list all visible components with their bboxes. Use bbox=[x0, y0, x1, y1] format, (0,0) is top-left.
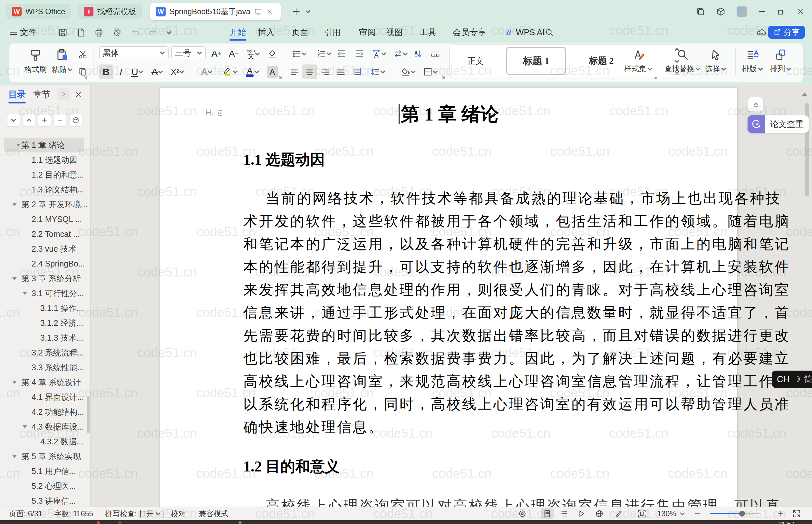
paragraph-group-launcher-icon[interactable] bbox=[441, 75, 445, 79]
toc-expand-arrow-icon[interactable] bbox=[16, 144, 21, 147]
page-indicator[interactable]: 页面: 6/31 bbox=[9, 507, 43, 521]
paper-check-button[interactable]: 论文查重 bbox=[748, 115, 809, 133]
character-scaling-button[interactable] bbox=[369, 46, 389, 61]
scrollbar-up-arrow-icon[interactable] bbox=[802, 93, 808, 96]
window-stack-icon[interactable] bbox=[696, 7, 705, 16]
toc-item[interactable]: 3.1 可行性分... bbox=[0, 286, 87, 301]
clear-format-button[interactable] bbox=[265, 46, 280, 61]
find-replace-button[interactable]: 查找替换 bbox=[663, 46, 702, 79]
document-page[interactable]: H₁ 第 1 章 绪论 1.1 选题动因 当前的网络技术，软件技术等都具备成熟的… bbox=[160, 88, 737, 507]
style-heading1[interactable]: 标题 1 bbox=[506, 47, 566, 75]
print-preview-icon[interactable] bbox=[112, 28, 122, 37]
font-size-select[interactable]: 三号 bbox=[171, 46, 205, 59]
toc-item[interactable]: 5.2 心理医... bbox=[0, 478, 87, 493]
align-center-button[interactable] bbox=[302, 64, 317, 79]
export-pdf-icon[interactable] bbox=[76, 28, 86, 37]
strikethrough-button[interactable]: A bbox=[148, 64, 167, 79]
bold-button[interactable]: B bbox=[99, 64, 113, 79]
toc-item[interactable]: 4.3 数据库设... bbox=[0, 419, 87, 434]
distribute-button[interactable] bbox=[350, 64, 365, 79]
page-view-button[interactable] bbox=[541, 508, 553, 519]
toc-item[interactable]: 4.2 功能结构... bbox=[0, 405, 87, 419]
toc-item[interactable]: 3.1.1 操作... bbox=[0, 301, 87, 315]
reader-mode-button[interactable] bbox=[575, 508, 588, 519]
shading-button[interactable] bbox=[398, 64, 418, 79]
menu-tab-review[interactable]: 审阅 bbox=[359, 23, 376, 41]
cut-button[interactable] bbox=[76, 47, 90, 62]
toc-expand-all-button[interactable] bbox=[22, 114, 35, 127]
numbered-list-button[interactable] bbox=[314, 46, 334, 61]
menu-tab-view[interactable]: 视图 bbox=[386, 23, 403, 41]
menu-tab-membership[interactable]: 会员专享 bbox=[453, 23, 486, 41]
increase-font-button[interactable]: A+ bbox=[209, 46, 223, 61]
toc-item[interactable]: 3.1.3 技术... bbox=[0, 330, 87, 345]
search-icon[interactable] bbox=[545, 28, 554, 37]
toc-item[interactable]: 5.3 讲座信... bbox=[0, 493, 87, 508]
outline-view-button[interactable] bbox=[558, 508, 570, 519]
ink-edit-button[interactable] bbox=[612, 508, 625, 519]
sidebar-expand-button[interactable] bbox=[57, 88, 70, 100]
decrease-font-button[interactable]: A− bbox=[226, 46, 241, 61]
toc-item[interactable]: 第 1 章 绪论 bbox=[4, 137, 84, 152]
phonetic-guide-button[interactable]: wén 文 bbox=[244, 46, 264, 61]
tab-docer-templates[interactable]: 找稻壳模板 bbox=[78, 4, 142, 19]
toc-item[interactable]: 1.2 目的和意... bbox=[0, 167, 87, 182]
style-heading2[interactable]: 标题 2 bbox=[576, 45, 627, 77]
format-painter-button[interactable]: 格式刷 bbox=[22, 46, 48, 79]
close-document-icon[interactable] bbox=[266, 8, 273, 15]
font-name-select[interactable]: 黑体 bbox=[99, 46, 168, 59]
menu-tab-reference[interactable]: 引用 bbox=[324, 23, 341, 41]
toc-expand-arrow-icon[interactable] bbox=[22, 292, 27, 295]
fullscreen-icon[interactable] bbox=[792, 509, 801, 518]
font-group-launcher-icon[interactable] bbox=[278, 75, 282, 79]
zoom-slider[interactable] bbox=[710, 513, 759, 514]
align-left-button[interactable] bbox=[287, 64, 302, 79]
workspace-cube-icon[interactable] bbox=[716, 7, 726, 16]
toc-item[interactable]: 1.3 论文结构... bbox=[0, 182, 87, 197]
increase-indent-button[interactable] bbox=[352, 46, 367, 61]
line-spacing-button[interactable] bbox=[368, 64, 388, 79]
toc-expand-arrow-icon[interactable] bbox=[12, 277, 17, 280]
italic-button[interactable]: I bbox=[113, 64, 128, 79]
toc-expand-arrow-icon[interactable] bbox=[12, 455, 17, 458]
tab-list-chevron-icon[interactable] bbox=[305, 10, 310, 13]
undo-icon[interactable] bbox=[130, 28, 140, 37]
style-set-button[interactable]: 样式集 bbox=[625, 46, 652, 79]
sort-button[interactable] bbox=[410, 46, 425, 61]
zoom-out-icon[interactable] bbox=[693, 510, 701, 518]
sidebar-tab-contents[interactable]: 目录 bbox=[9, 88, 26, 100]
redo-icon[interactable] bbox=[148, 28, 158, 37]
toc-item[interactable]: 第 5 章 系统实现 bbox=[0, 449, 87, 464]
toc-settings-button[interactable] bbox=[69, 114, 82, 127]
toc-expand-arrow-icon[interactable] bbox=[12, 381, 17, 384]
sidebar-close-icon[interactable] bbox=[75, 91, 82, 98]
borders-button[interactable] bbox=[420, 64, 441, 79]
taskbar-app-icon[interactable] bbox=[118, 521, 121, 524]
menu-tab-tools[interactable]: 工具 bbox=[419, 23, 436, 41]
tab-document[interactable]: W SpringBoot510基于java的心 bbox=[150, 3, 281, 20]
style-normal[interactable]: 正文 bbox=[456, 45, 495, 77]
tab-wps-home[interactable]: W WPS Office bbox=[6, 4, 71, 19]
web-layout-button[interactable] bbox=[593, 508, 606, 519]
compatibility-mode-label[interactable]: 兼容模式 bbox=[199, 507, 229, 521]
user-avatar[interactable] bbox=[736, 6, 747, 17]
fit-page-button[interactable] bbox=[635, 508, 648, 519]
toc-item[interactable]: 2.2 Tomcat ... bbox=[0, 227, 87, 241]
toc-item[interactable]: 1.1 选题动因 bbox=[0, 152, 87, 167]
proofread-button[interactable]: 校对 bbox=[171, 507, 186, 521]
menu-tab-home[interactable]: 开始 bbox=[229, 23, 246, 41]
sidebar-scrollbar[interactable] bbox=[87, 396, 89, 433]
zoom-chevron-icon[interactable] bbox=[680, 512, 685, 515]
toc-item[interactable]: 第 2 章 开发环境... bbox=[0, 197, 87, 212]
taskbar-app-icon[interactable] bbox=[238, 521, 242, 524]
share-button[interactable]: 分享 bbox=[768, 26, 805, 39]
toc-item[interactable]: 第 4 章 系统设计 bbox=[0, 375, 87, 390]
paste-button[interactable]: 粘贴 bbox=[49, 46, 75, 79]
toc-item[interactable]: 2.1 MYSQL ... bbox=[0, 212, 87, 227]
restore-window-icon[interactable] bbox=[777, 7, 785, 16]
cloud-sync-icon[interactable] bbox=[756, 27, 766, 38]
toc-expand-arrow-icon[interactable] bbox=[12, 203, 17, 206]
align-right-button[interactable] bbox=[318, 64, 333, 79]
text-direction-button[interactable] bbox=[391, 46, 411, 61]
file-menu[interactable]: 文件 bbox=[10, 23, 37, 41]
